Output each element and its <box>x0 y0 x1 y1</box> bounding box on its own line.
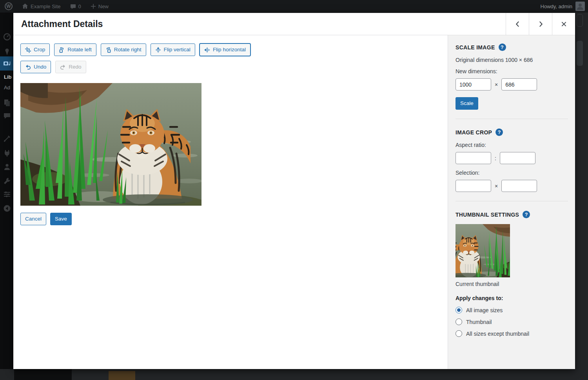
flip-horizontal-icon <box>204 47 210 53</box>
modal-header: Attachment Details <box>13 13 575 35</box>
rotate-right-button[interactable]: Rotate right <box>101 43 146 56</box>
plus-icon <box>91 4 96 9</box>
close-modal-button[interactable] <box>552 13 575 35</box>
aspect-ratio-height-input[interactable] <box>500 152 535 164</box>
new-label: New <box>98 4 109 9</box>
posts-pin-icon[interactable] <box>3 48 11 56</box>
radio-button-checked <box>456 307 462 313</box>
edited-image-tiger[interactable] <box>20 83 201 206</box>
background-scrollbar-thumb[interactable] <box>577 41 583 66</box>
flip-horizontal-button[interactable]: Flip horizontal <box>200 43 250 56</box>
undo-button[interactable]: Undo <box>20 61 51 73</box>
scale-height-input[interactable] <box>501 78 537 90</box>
chevron-left-icon <box>514 21 521 27</box>
tools-wrench-icon[interactable] <box>3 177 11 185</box>
help-icon[interactable]: ? <box>523 211 530 218</box>
appearance-brush-icon[interactable] <box>3 135 11 143</box>
redo-button[interactable]: Redo <box>55 61 86 73</box>
current-thumbnail-image <box>456 224 510 277</box>
crop-button[interactable]: Crop <box>20 43 50 56</box>
previous-attachment-button[interactable] <box>506 13 529 35</box>
radio-all-image-sizes[interactable]: All image sizes <box>456 307 568 313</box>
editor-toolbar: Crop Rotate left Rotate right <box>20 43 441 56</box>
site-name: Example Site <box>31 4 61 9</box>
section-divider <box>456 201 568 201</box>
media-camera-icon <box>3 60 11 67</box>
dashboard-icon[interactable] <box>3 33 11 41</box>
media-menu-item-current[interactable] <box>0 56 14 71</box>
pages-icon[interactable] <box>3 99 11 107</box>
comments-count: 0 <box>78 4 81 9</box>
wordpress-menu[interactable]: W <box>0 0 17 13</box>
scale-image-heading: SCALE IMAGE <box>456 44 495 51</box>
aspect-ratio-label: Aspect ratio: <box>456 142 568 148</box>
new-dimensions-label: New dimensions: <box>456 68 568 74</box>
radio-button <box>456 318 462 325</box>
chevron-right-icon <box>537 21 544 27</box>
dimmed-background-thumbnail <box>109 371 135 380</box>
radio-all-sizes-except-thumbnail[interactable]: All sizes except thumbnail <box>456 330 568 337</box>
apply-changes-label: Apply changes to: <box>456 295 568 301</box>
selection-width-input[interactable] <box>456 180 491 192</box>
comment-bubble-icon <box>70 4 76 9</box>
admin-sidebar-menu: Lib Ad <box>0 13 14 369</box>
comments-menu-icon[interactable] <box>3 112 11 120</box>
dimensions-separator: × <box>495 81 498 88</box>
users-icon[interactable] <box>3 163 11 171</box>
edit-settings-sidebar: SCALE IMAGE ? Original dimensions 1000 ×… <box>448 35 575 369</box>
overlay-dark-patch <box>14 369 72 380</box>
comments-link[interactable]: 0 <box>65 0 86 13</box>
flip-vertical-button[interactable]: Flip vertical <box>151 43 195 56</box>
current-thumbnail-label: Current thumbnail <box>456 281 568 287</box>
howdy-label: Howdy, admin <box>541 4 572 9</box>
selection-separator: × <box>495 183 498 189</box>
crop-icon <box>25 47 31 53</box>
thumbnail-settings-heading: THUMBNAIL SETTINGS <box>456 212 519 218</box>
rotate-left-icon <box>59 47 65 53</box>
help-icon[interactable]: ? <box>495 128 503 136</box>
modal-title: Attachment Details <box>13 19 103 29</box>
site-link[interactable]: Example Site <box>17 0 65 13</box>
settings-sliders-icon[interactable] <box>3 190 11 198</box>
wordpress-logo-icon: W <box>5 2 13 10</box>
cancel-button[interactable]: Cancel <box>20 213 46 225</box>
rotate-right-icon <box>105 47 111 53</box>
redo-icon <box>60 64 66 70</box>
aspect-ratio-width-input[interactable] <box>456 152 491 164</box>
scale-button[interactable]: Scale <box>456 97 478 110</box>
account-menu[interactable]: Howdy, admin <box>541 2 588 11</box>
plugins-icon[interactable] <box>3 149 11 157</box>
section-divider <box>456 119 568 119</box>
radio-button <box>456 330 462 337</box>
attachment-details-modal: Attachment Details <box>13 13 575 369</box>
submenu-add-new-partial[interactable]: Ad <box>4 85 10 90</box>
background-scrollbar-track <box>577 14 583 27</box>
aspect-separator: : <box>495 155 496 161</box>
image-editor-pane: Crop Rotate left Rotate right <box>13 35 448 369</box>
editor-actions: Cancel Save <box>20 213 441 225</box>
new-content-link[interactable]: New <box>86 0 113 13</box>
save-button[interactable]: Save <box>50 213 72 225</box>
admin-bar: W Example Site 0 New Howdy, admin <box>0 0 588 13</box>
close-icon <box>561 21 567 27</box>
selection-height-input[interactable] <box>501 180 537 192</box>
selection-label: Selection: <box>456 170 568 176</box>
avatar <box>575 2 585 11</box>
history-toolbar: Undo Redo <box>20 61 441 73</box>
rotate-left-button[interactable]: Rotate left <box>54 43 96 56</box>
undo-icon <box>25 64 31 70</box>
submenu-library-partial[interactable]: Lib <box>4 74 12 80</box>
home-icon <box>22 3 28 9</box>
scale-width-input[interactable] <box>456 78 491 90</box>
next-attachment-button[interactable] <box>529 13 552 35</box>
original-dimensions-text: Original dimensions 1000 × 686 <box>456 57 568 63</box>
collapse-menu-icon[interactable] <box>3 204 11 212</box>
image-crop-heading: IMAGE CROP <box>456 129 492 136</box>
radio-thumbnail[interactable]: Thumbnail <box>456 318 568 325</box>
flip-vertical-icon <box>155 47 161 53</box>
help-icon[interactable]: ? <box>499 43 506 51</box>
